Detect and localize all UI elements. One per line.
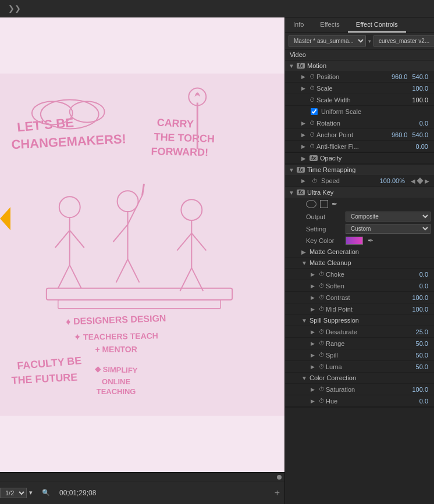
scale-width-stopwatch-icon[interactable]: ⏱ bbox=[308, 96, 316, 103]
anchor-y-value[interactable]: 540.0 bbox=[410, 131, 431, 138]
hue-row: ▶ ⏱ Hue 0.0 bbox=[285, 395, 434, 407]
time-remapping-group: ▼ fx Time Remapping ▶ ⏱ Speed 100.00% ◀ … bbox=[285, 165, 434, 187]
tab-info[interactable]: Info bbox=[285, 17, 312, 33]
spill-value[interactable]: 50.0 bbox=[414, 352, 431, 359]
tab-effect-controls[interactable]: Effect Controls bbox=[348, 17, 406, 33]
mid-point-value[interactable]: 100.0 bbox=[410, 306, 431, 313]
motion-expand-icon: ▼ bbox=[289, 63, 294, 69]
saturation-expand-icon[interactable]: ▶ bbox=[311, 387, 318, 392]
anti-flicker-expand-icon[interactable]: ▶ bbox=[301, 144, 308, 149]
speed-expand-icon[interactable]: ▶ bbox=[301, 178, 308, 184]
motion-header[interactable]: ▼ fx Motion bbox=[285, 60, 434, 71]
time-remapping-header[interactable]: ▼ fx Time Remapping bbox=[285, 165, 434, 175]
soften-expand-icon[interactable]: ▶ bbox=[311, 283, 318, 289]
frame-select[interactable]: 1/2 bbox=[0, 488, 27, 498]
kf-next-icon[interactable]: ▶ bbox=[424, 178, 431, 184]
speed-value[interactable]: 100.00% bbox=[378, 177, 407, 184]
scale-width-row: ⏱ Scale Width 100.0 bbox=[285, 94, 434, 106]
rotation-expand-icon[interactable]: ▶ bbox=[301, 120, 308, 126]
contrast-label: Contrast bbox=[326, 294, 410, 301]
anchor-expand-icon[interactable]: ▶ bbox=[301, 132, 308, 138]
position-x-value[interactable]: 960.0 bbox=[389, 73, 410, 80]
desaturate-stopwatch-icon[interactable]: ⏱ bbox=[318, 328, 326, 335]
anti-flicker-value[interactable]: 0.00 bbox=[414, 143, 431, 150]
contrast-expand-icon[interactable]: ▶ bbox=[311, 295, 318, 301]
range-stopwatch-icon[interactable]: ⏱ bbox=[318, 340, 326, 346]
anti-flicker-stopwatch-icon[interactable]: ⏱ bbox=[308, 143, 316, 149]
collapse-button[interactable]: ❯❯ bbox=[5, 3, 24, 14]
soften-value[interactable]: 0.0 bbox=[417, 283, 431, 289]
matte-cleanup-header[interactable]: ▼ Matte Cleanup bbox=[285, 258, 434, 269]
spill-stopwatch-icon[interactable]: ⏱ bbox=[318, 352, 326, 358]
speed-stopwatch-icon[interactable]: ⏱ bbox=[311, 178, 319, 184]
contrast-value[interactable]: 100.0 bbox=[410, 294, 431, 301]
luma-value[interactable]: 50.0 bbox=[414, 363, 431, 370]
color-correction-label: Color Correction bbox=[310, 374, 356, 381]
opacity-header[interactable]: ▶ fx Opacity bbox=[285, 153, 434, 164]
key-color-swatch[interactable] bbox=[346, 237, 363, 245]
desaturate-value[interactable]: 25.0 bbox=[414, 328, 431, 335]
range-expand-icon[interactable]: ▶ bbox=[311, 341, 318, 346]
master-select[interactable]: Master * asu_summa... bbox=[289, 35, 366, 47]
rotation-row: ▶ ⏱ Rotation 0.0 bbox=[285, 117, 434, 129]
kf-prev-icon[interactable]: ◀ bbox=[410, 178, 417, 184]
svg-text:◆ SIMPLIFY: ◆ SIMPLIFY bbox=[94, 364, 138, 375]
svg-text:TEACHING: TEACHING bbox=[97, 387, 136, 396]
saturation-stopwatch-icon[interactable]: ⏱ bbox=[318, 386, 326, 392]
key-color-row: Key Color ✒ bbox=[285, 235, 434, 246]
choke-stopwatch-icon[interactable]: ⏱ bbox=[318, 271, 326, 277]
luma-stopwatch-icon[interactable]: ⏱ bbox=[318, 363, 326, 370]
rotation-value[interactable]: 0.0 bbox=[417, 120, 431, 127]
hue-value[interactable]: 0.0 bbox=[417, 398, 431, 405]
timeline-bar[interactable] bbox=[0, 472, 284, 481]
tab-effects[interactable]: Effects bbox=[312, 17, 347, 33]
eyedropper-icon[interactable]: ✒ bbox=[368, 237, 373, 245]
desaturate-row: ▶ ⏱ Desaturate 25.0 bbox=[285, 326, 434, 338]
desaturate-expand-icon[interactable]: ▶ bbox=[311, 329, 318, 335]
choke-value[interactable]: 0.0 bbox=[417, 271, 431, 278]
hue-expand-icon[interactable]: ▶ bbox=[311, 398, 318, 404]
speed-row: ▶ ⏱ Speed 100.00% ◀ ▶ bbox=[285, 175, 434, 187]
mid-point-stopwatch-icon[interactable]: ⏱ bbox=[318, 306, 326, 312]
dropper-tool-button[interactable]: ✒ bbox=[332, 200, 337, 208]
kf-add-button[interactable] bbox=[417, 177, 423, 184]
scale-value[interactable]: 100.0 bbox=[410, 85, 431, 92]
uniform-scale-checkbox[interactable] bbox=[311, 108, 318, 115]
soften-stopwatch-icon[interactable]: ⏱ bbox=[318, 283, 326, 289]
ultra-key-header[interactable]: ▼ fx Ultra Key bbox=[285, 187, 434, 198]
opacity-expand-icon: ▶ bbox=[301, 155, 307, 162]
anchor-stopwatch-icon[interactable]: ⏱ bbox=[308, 131, 316, 138]
key-color-label: Key Color bbox=[306, 237, 341, 244]
time-remap-expand-icon: ▼ bbox=[289, 167, 294, 173]
saturation-value[interactable]: 100.0 bbox=[410, 386, 431, 393]
luma-expand-icon[interactable]: ▶ bbox=[311, 364, 318, 370]
scale-stopwatch-icon[interactable]: ⏱ bbox=[308, 85, 316, 91]
matte-generation-header[interactable]: ▶ Matte Generation bbox=[285, 246, 434, 258]
range-value[interactable]: 50.0 bbox=[414, 340, 431, 347]
setting-select[interactable]: Custom bbox=[346, 224, 431, 234]
position-stopwatch-icon[interactable]: ⏱ bbox=[308, 73, 316, 80]
color-correction-header[interactable]: ▼ Color Correction bbox=[285, 373, 434, 384]
tabs-row: Info Effects Effect Controls bbox=[285, 17, 434, 33]
add-button[interactable]: + bbox=[275, 488, 280, 498]
output-select[interactable]: Composite bbox=[346, 212, 431, 221]
speed-label: Speed bbox=[321, 177, 375, 184]
scale-width-label: Scale Width bbox=[316, 96, 410, 103]
range-label: Range bbox=[326, 340, 414, 347]
hue-stopwatch-icon[interactable]: ⏱ bbox=[318, 398, 326, 404]
oval-tool-button[interactable] bbox=[306, 200, 316, 208]
position-expand-icon[interactable]: ▶ bbox=[301, 74, 308, 80]
scale-expand-icon[interactable]: ▶ bbox=[301, 85, 308, 91]
spill-expand-icon[interactable]: ▶ bbox=[311, 352, 318, 358]
rotation-stopwatch-icon[interactable]: ⏱ bbox=[308, 120, 316, 126]
mid-point-expand-icon[interactable]: ▶ bbox=[311, 306, 318, 312]
choke-label: Choke bbox=[326, 271, 417, 278]
anchor-x-value[interactable]: 960.0 bbox=[389, 131, 410, 138]
contrast-stopwatch-icon[interactable]: ⏱ bbox=[318, 294, 326, 301]
matte-gen-expand-icon: ▶ bbox=[301, 249, 307, 255]
curves-select[interactable]: curves_master v2... bbox=[373, 35, 434, 47]
choke-expand-icon[interactable]: ▶ bbox=[311, 271, 318, 277]
position-y-value[interactable]: 540.0 bbox=[410, 73, 431, 80]
spill-suppression-header[interactable]: ▼ Spill Suppression bbox=[285, 315, 434, 326]
square-tool-button[interactable] bbox=[320, 200, 328, 208]
